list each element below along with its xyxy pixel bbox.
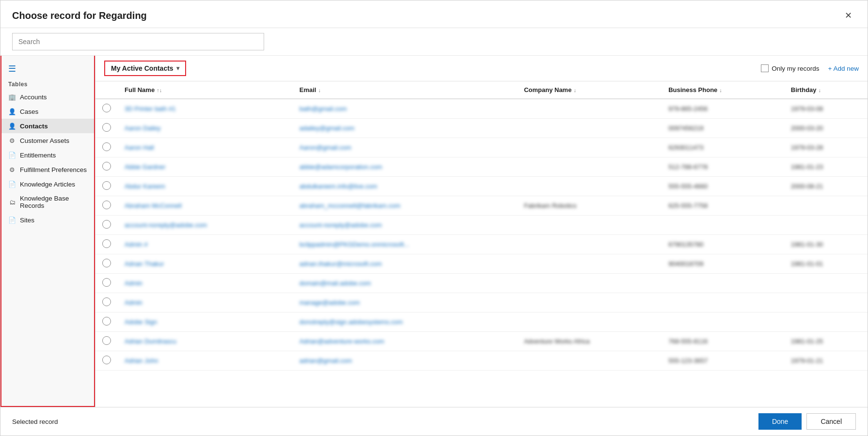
row-radio-11[interactable] — [95, 312, 118, 332]
radio-button-8[interactable] — [102, 259, 111, 267]
col-business-phone[interactable]: Business Phone ↓ — [662, 81, 784, 99]
radio-button-7[interactable] — [102, 239, 111, 248]
row-radio-6[interactable] — [95, 216, 118, 235]
radio-button-13[interactable] — [102, 356, 111, 364]
row-name-3[interactable]: Abbie Gardner — [118, 157, 293, 177]
search-input[interactable] — [12, 33, 264, 50]
row-email-10[interactable]: manage@adobe.com — [293, 293, 517, 312]
table-row: Adnan Thakur adnan.thakur@microsoft.com … — [95, 254, 868, 274]
radio-button-4[interactable] — [102, 181, 111, 190]
row-radio-9[interactable] — [95, 274, 118, 293]
radio-button-11[interactable] — [102, 317, 111, 326]
row-email-3[interactable]: abbie@adamcorporation.com — [293, 157, 517, 177]
close-button[interactable]: ✕ — [841, 8, 856, 23]
row-birthday-11 — [784, 312, 868, 332]
sidebar-item-knowledge-articles[interactable]: 📄 Knowledge Articles — [1, 177, 94, 191]
radio-button-12[interactable] — [102, 336, 111, 345]
table-row: Abbie Gardner abbie@adamcorporation.com … — [95, 157, 868, 177]
only-my-records-checkbox[interactable] — [761, 64, 769, 72]
row-name-5[interactable]: Abraham McConnell — [118, 196, 293, 216]
row-email-0[interactable]: bath@gmail.com — [293, 99, 517, 119]
sort-icon-name[interactable]: ↑↓ — [157, 87, 162, 93]
row-email-5[interactable]: abraham_mcconnell@fabrikam.com — [293, 196, 517, 216]
radio-button-1[interactable] — [102, 123, 111, 132]
radio-button-9[interactable] — [102, 278, 111, 287]
col-full-name[interactable]: Full Name ↑↓ — [118, 81, 293, 99]
sort-icon-company[interactable]: ↓ — [573, 87, 576, 93]
row-name-9[interactable]: Admin — [118, 274, 293, 293]
row-name-12[interactable]: Adrian Dumitrascu — [118, 332, 293, 351]
row-radio-13[interactable] — [95, 351, 118, 371]
sidebar-item-label-sites: Sites — [20, 217, 34, 224]
row-radio-0[interactable] — [95, 99, 118, 119]
done-button[interactable]: Done — [758, 413, 802, 430]
sort-icon-email[interactable]: ↓ — [318, 87, 321, 93]
sidebar-item-fulfillment-preferences[interactable]: ⚙ Fulfillment Preferences — [1, 162, 94, 177]
row-radio-2[interactable] — [95, 138, 118, 157]
sidebar-item-accounts[interactable]: 🏢 Accounts — [1, 90, 94, 104]
row-email-8[interactable]: adnan.thakur@microsoft.com — [293, 254, 517, 274]
add-new-button[interactable]: + Add new — [828, 65, 859, 72]
cancel-button[interactable]: Cancel — [806, 413, 856, 430]
sidebar-item-entitlements[interactable]: 📄 Entitlements — [1, 148, 94, 162]
radio-button-6[interactable] — [102, 220, 111, 229]
sort-icon-phone[interactable]: ↓ — [719, 87, 722, 93]
radio-button-0[interactable] — [102, 104, 111, 112]
col-birthday[interactable]: Birthday ↓ — [784, 81, 868, 99]
row-radio-10[interactable] — [95, 293, 118, 312]
row-name-1[interactable]: Aaron Dailey — [118, 119, 293, 138]
row-radio-4[interactable] — [95, 177, 118, 196]
knowledge-base-records-icon: 🗂 — [8, 198, 16, 206]
row-name-7[interactable]: Admin # — [118, 235, 293, 254]
toolbar-right: Only my records + Add new — [761, 64, 859, 72]
only-my-records-label[interactable]: Only my records — [761, 64, 819, 72]
row-radio-7[interactable] — [95, 235, 118, 254]
sidebar-item-sites[interactable]: 📄 Sites — [1, 213, 94, 227]
radio-button-5[interactable] — [102, 201, 111, 209]
sidebar-item-label-accounts: Accounts — [20, 93, 47, 101]
sidebar-item-customer-assets[interactable]: ⚙ Customer Assets — [1, 133, 94, 148]
hamburger-icon[interactable]: ☰ — [1, 60, 94, 78]
row-email-4[interactable]: abdulkareem.info@live.com — [293, 177, 517, 196]
row-email-9[interactable]: domain@mail.adobe.com — [293, 274, 517, 293]
col-email[interactable]: Email ↓ — [293, 81, 517, 99]
row-name-11[interactable]: Adobe Sign — [118, 312, 293, 332]
row-name-4[interactable]: Abdur Kareem — [118, 177, 293, 196]
radio-button-10[interactable] — [102, 297, 111, 306]
sidebar-item-contacts[interactable]: 👤 Contacts — [1, 119, 94, 133]
radio-button-3[interactable] — [102, 162, 111, 171]
sidebar-item-cases[interactable]: 👤 Cases — [1, 104, 94, 119]
sort-icon-birthday[interactable]: ↓ — [819, 87, 821, 93]
row-name-13[interactable]: Adrian John — [118, 351, 293, 371]
row-name-2[interactable]: Aaron Hall — [118, 138, 293, 157]
row-name-10[interactable]: Admin — [118, 293, 293, 312]
row-radio-8[interactable] — [95, 254, 118, 274]
row-email-1[interactable]: adailey@gmail.com — [293, 119, 517, 138]
choose-record-dialog: Choose record for Regarding ✕ ☰ Tables 🏢… — [0, 0, 868, 436]
row-email-13[interactable]: adrian@gmail.com — [293, 351, 517, 371]
row-radio-12[interactable] — [95, 332, 118, 351]
row-company-10 — [517, 293, 662, 312]
row-email-12[interactable]: Adrian@adventure-works.com — [293, 332, 517, 351]
row-email-7[interactable]: bclippadmin@PKGDemo.onmicrosoft... — [293, 235, 517, 254]
row-name-0[interactable]: 3D Printer bath #1 — [118, 99, 293, 119]
row-name-8[interactable]: Adnan Thakur — [118, 254, 293, 274]
view-selector[interactable]: My Active Contacts ▾ — [104, 61, 186, 76]
fulfillment-preferences-icon: ⚙ — [8, 166, 16, 173]
row-email-11[interactable]: donotreply@sign.adobesystems.com — [293, 312, 517, 332]
radio-button-2[interactable] — [102, 142, 111, 151]
row-birthday-2: 1979-03-28 — [784, 138, 868, 157]
dialog-footer: Selected record Done Cancel — [0, 407, 868, 436]
col-company-name[interactable]: Company Name ↓ — [517, 81, 662, 99]
row-company-7 — [517, 235, 662, 254]
row-name-6[interactable]: account-noreply@adobe.com — [118, 216, 293, 235]
row-radio-3[interactable] — [95, 157, 118, 177]
row-email-2[interactable]: Aaron@gmail.com — [293, 138, 517, 157]
sidebar-item-label-contacts: Contacts — [20, 123, 48, 130]
row-radio-1[interactable] — [95, 119, 118, 138]
row-radio-5[interactable] — [95, 196, 118, 216]
row-email-6[interactable]: account-noreply@adobe.com — [293, 216, 517, 235]
row-company-12: Adventure Works Africa — [517, 332, 662, 351]
sidebar-item-knowledge-base-records[interactable]: 🗂 Knowledge Base Records — [1, 191, 94, 213]
row-birthday-5 — [784, 196, 868, 216]
